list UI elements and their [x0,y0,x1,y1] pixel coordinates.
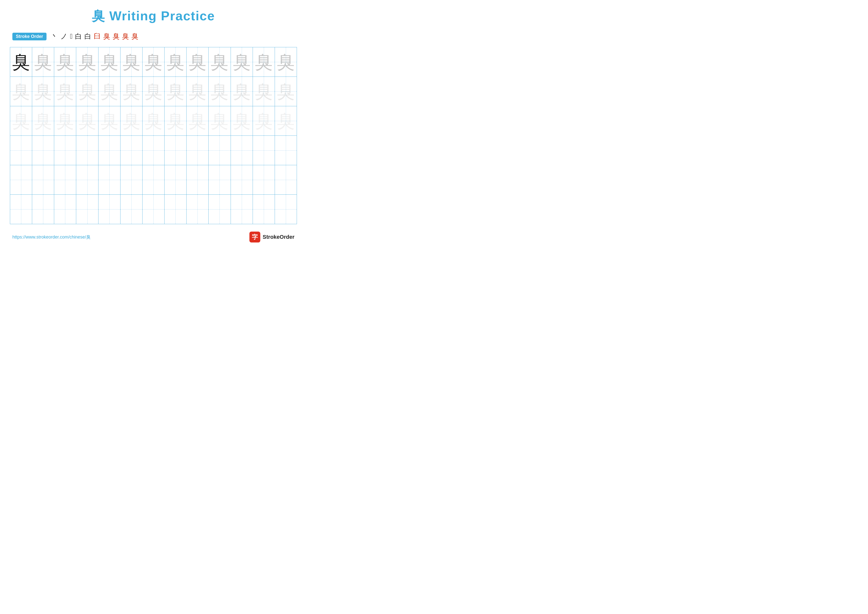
title-char: 臭 [92,9,105,23]
cell-6-1[interactable] [10,195,32,224]
cell-3-3: 臭 [54,106,76,135]
cell-6-13[interactable] [275,195,297,224]
cell-2-2: 臭 [32,77,54,106]
cell-4-6[interactable] [121,136,143,165]
char-guide: 臭 [277,53,295,71]
cell-4-8[interactable] [164,136,186,165]
char-guide: 臭 [122,112,140,130]
char-guide: 臭 [277,112,295,130]
footer-brand: 字 StrokeOrder [250,232,294,242]
cell-3-4: 臭 [76,106,98,135]
grid-row-6 [10,195,297,224]
cell-4-1[interactable] [10,136,32,165]
cell-5-12[interactable] [253,165,275,194]
cell-1-7: 臭 [143,47,164,76]
grid-row-5 [10,165,297,195]
cell-6-8[interactable] [164,195,186,224]
stroke-7: 臭 [103,32,110,41]
char-guide: 臭 [144,53,162,71]
char-guide: 臭 [34,82,52,100]
cell-4-9[interactable] [186,136,209,165]
char-dark: 臭 [12,53,30,71]
cell-4-7[interactable] [143,136,164,165]
cell-5-8[interactable] [164,165,186,194]
cell-6-10[interactable] [209,195,231,224]
cell-1-3: 臭 [54,47,76,76]
cell-4-2[interactable] [32,136,54,165]
cell-5-4[interactable] [76,165,98,194]
cell-4-13[interactable] [275,136,297,165]
stroke-2: ノ [60,32,68,41]
stroke-6: 臼 [94,32,101,41]
cell-3-5: 臭 [98,106,121,135]
cell-4-4[interactable] [76,136,98,165]
cell-4-12[interactable] [253,136,275,165]
title-label: Writing Practice [109,9,215,23]
cell-2-11: 臭 [231,77,253,106]
cell-5-10[interactable] [209,165,231,194]
cell-6-4[interactable] [76,195,98,224]
cell-3-7: 臭 [143,106,164,135]
cell-6-12[interactable] [253,195,275,224]
cell-2-5: 臭 [98,77,121,106]
grid-row-4 [10,136,297,165]
char-guide: 臭 [34,53,52,71]
cell-2-3: 臭 [54,77,76,106]
cell-6-5[interactable] [98,195,121,224]
cell-1-10: 臭 [209,47,231,76]
char-guide: 臭 [166,112,184,130]
cell-4-5[interactable] [98,136,121,165]
char-guide: 臭 [166,53,184,71]
cell-5-9[interactable] [186,165,209,194]
cell-4-3[interactable] [54,136,76,165]
cell-3-6: 臭 [121,106,143,135]
grid-row-3: 臭 臭 臭 臭 臭 臭 臭 臭 臭 臭 臭 臭 [10,106,297,136]
cell-6-9[interactable] [186,195,209,224]
char-guide: 臭 [101,53,118,71]
stroke-order-row: Stroke Order 丶 ノ 𠂇 白 白 臼 臭 臭 臭 臭 [10,32,297,41]
char-guide: 臭 [101,112,118,130]
char-guide: 臭 [56,82,74,100]
cell-6-11[interactable] [231,195,253,224]
cell-1-12: 臭 [253,47,275,76]
cell-5-3[interactable] [54,165,76,194]
char-guide: 臭 [78,82,96,100]
cell-5-11[interactable] [231,165,253,194]
cell-6-6[interactable] [121,195,143,224]
cell-6-7[interactable] [143,195,164,224]
cell-2-13: 臭 [275,77,297,106]
cell-5-6[interactable] [121,165,143,194]
footer: https://www.strokeorder.com/chinese/臭 字 … [10,232,297,242]
cell-6-2[interactable] [32,195,54,224]
cell-4-11[interactable] [231,136,253,165]
cell-1-4: 臭 [76,47,98,76]
cell-5-5[interactable] [98,165,121,194]
char-guide: 臭 [12,82,30,100]
cell-3-2: 臭 [32,106,54,135]
stroke-1: 丶 [51,32,58,41]
stroke-chars: 丶 ノ 𠂇 白 白 臼 臭 臭 臭 臭 [51,32,138,41]
char-guide: 臭 [277,82,295,100]
char-guide: 臭 [211,53,228,71]
cell-5-2[interactable] [32,165,54,194]
cell-3-8: 臭 [164,106,186,135]
cell-3-10: 臭 [209,106,231,135]
stroke-5: 白 [84,32,91,41]
page-title: 臭 Writing Practice [10,8,297,25]
cell-6-3[interactable] [54,195,76,224]
stroke-10: 臭 [132,32,138,41]
cell-5-13[interactable] [275,165,297,194]
cell-1-11: 臭 [231,47,253,76]
cell-5-7[interactable] [143,165,164,194]
brand-name: StrokeOrder [263,234,294,240]
char-guide: 臭 [78,53,96,71]
char-guide: 臭 [233,82,251,100]
cell-4-10[interactable] [209,136,231,165]
char-guide: 臭 [189,82,206,100]
stroke-3: 𠂇 [70,33,73,40]
grid-row-2: 臭 臭 臭 臭 臭 臭 臭 臭 臭 臭 臭 臭 [10,77,297,106]
brand-icon: 字 [250,232,260,242]
grid-row-1: 臭 臭 臭 臭 臭 臭 臭 臭 臭 臭 臭 臭 [10,47,297,77]
cell-5-1[interactable] [10,165,32,194]
stroke-order-badge: Stroke Order [12,33,46,40]
